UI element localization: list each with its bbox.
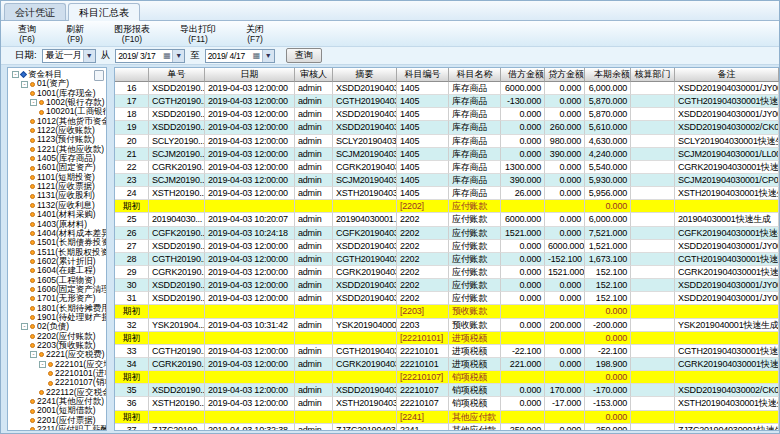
tree-item[interactable]: - 222112(应交税金) (8, 388, 106, 397)
date-to-picker[interactable]: 2019/ 4/17 ▦ ▼ (205, 49, 275, 63)
expander-icon[interactable]: - (21, 81, 28, 88)
tree-item[interactable]: - 2202(应付账款) (8, 332, 106, 341)
panel-toggle-icon[interactable] (94, 70, 104, 81)
table-row[interactable]: 18 XSDD20190... 2019-04-03 12:00:00 admi… (115, 108, 779, 121)
table-row[interactable]: 30 XSDD20190... 2019-04-03 12:00:00 admi… (115, 279, 779, 292)
tab[interactable]: 科目汇总表 (68, 3, 140, 21)
tree-item[interactable]: - 1121(应收票据) (8, 182, 106, 191)
table-row[interactable]: 25 201904030... 2019-04-03 10:20:07 admi… (115, 213, 779, 226)
tree-item[interactable]: - 02(负债) (8, 322, 106, 331)
tree-item[interactable]: - 1001(库存现金) (8, 89, 106, 98)
tree-item[interactable]: - 1405(库存商品) (8, 154, 106, 163)
toolbar-button[interactable]: 导出打印 (F11) (175, 22, 221, 46)
tree-item[interactable]: - 1801(长期待摊费用) (8, 304, 106, 313)
tree-item[interactable]: - 1601(固定资产) (8, 163, 106, 172)
column-header[interactable]: 贷方金额 (545, 68, 585, 82)
table-row[interactable]: 36 XSTH20190... 2019-04-03 12:00:00 admi… (115, 397, 779, 410)
tree-item[interactable]: - 1132(应收利息) (8, 201, 106, 210)
splitter[interactable] (107, 67, 114, 431)
tree-item[interactable]: - 1221(其他应收款) (8, 145, 106, 154)
table-row[interactable]: 19 XSDD20190... 2019-04-03 12:00:00 admi… (115, 121, 779, 134)
tree-item[interactable]: - 2221(应交税费) (8, 350, 106, 359)
tree-item[interactable]: - 2203(预收账款) (8, 341, 106, 350)
table-row[interactable]: 17 CGTH20190... 2019-04-03 12:00:00 admi… (115, 95, 779, 108)
column-header[interactable] (115, 68, 149, 82)
table-row[interactable]: 期初 [22210107] 销项税额 0.000 (115, 371, 779, 384)
table-row[interactable]: 16 XSDD20190... 2019-04-03 12:00:00 admi… (115, 82, 779, 95)
tree-item[interactable]: - 1122(应收账款) (8, 126, 106, 135)
tree-item[interactable]: - 1602(累计折旧) (8, 257, 106, 266)
tree-item[interactable]: - 2201(应付票据) (8, 416, 106, 425)
column-header[interactable]: 核算部门 (631, 68, 675, 82)
expander-icon[interactable]: - (21, 323, 28, 330)
tree-item[interactable]: - 222101(应交增值税) (8, 360, 106, 369)
chevron-down-icon[interactable]: ▼ (172, 50, 184, 62)
date-from-picker[interactable]: 2019/ 3/17 ▦ ▼ (115, 49, 185, 63)
tree-item[interactable]: - 1123(预付账款) (8, 135, 106, 144)
tree-item[interactable]: - 1606(固定资产清理) (8, 285, 106, 294)
tree-item[interactable]: - 1401(材料采购) (8, 210, 106, 219)
date-range-select[interactable]: 最近一月 ▼ (42, 49, 96, 63)
table-row[interactable]: 26 CGFK20190... 2019-04-03 10:24:18 admi… (115, 227, 779, 240)
table-row[interactable]: 27 XSDD20190... 2019-04-03 12:00:00 admi… (115, 240, 779, 253)
table-row[interactable]: 期初 [2241] 其他应付款 0.000 (115, 411, 779, 424)
tree-item[interactable]: - 2211(应付职工薪酬) (8, 425, 106, 431)
tree-item[interactable]: - 1101(短期投资) (8, 173, 106, 182)
chevron-down-icon[interactable]: ▼ (83, 50, 95, 62)
tree-item[interactable]: - 1131(应收股利) (8, 191, 106, 200)
table-row[interactable]: 28 CGTH20190... 2019-04-03 12:00:00 admi… (115, 253, 779, 266)
table-row[interactable]: 22 CGRK20190... 2019-04-03 12:00:00 admi… (115, 161, 779, 174)
table-row[interactable]: 21 SCJM20190... 2019-04-03 12:00:00 admi… (115, 148, 779, 161)
table-row[interactable]: 35 XSDD20190... 2019-04-03 12:00:00 admi… (115, 384, 779, 397)
tree-item[interactable]: - 1012(其他货币资金) (8, 117, 106, 126)
tree-item[interactable]: - 1403(原材料) (8, 220, 106, 229)
column-header[interactable]: 科目编号 (397, 68, 449, 82)
table-row[interactable]: 33 CGTH20190... 2019-04-03 12:00:00 admi… (115, 345, 779, 358)
tab[interactable]: 会计凭证 (4, 3, 66, 20)
column-header[interactable]: 日期 (205, 68, 295, 82)
table-row[interactable]: 29 CGRK20190... 2019-04-03 12:00:00 admi… (115, 266, 779, 279)
tree-item[interactable]: - 1605(工程物资) (8, 276, 106, 285)
table-row[interactable]: 23 SCJM20190... 2019-04-03 12:00:00 admi… (115, 174, 779, 187)
table-row[interactable]: 期初 [2203] 预收账款 0.000 (115, 305, 779, 318)
tree-item[interactable]: - 22210107(销项税额) (8, 378, 106, 387)
tree-item[interactable]: - 1701(无形资产) (8, 294, 106, 303)
toolbar-button[interactable]: 查询 (F6) (13, 22, 41, 46)
table-row[interactable]: 期初 [2202] 应付账款 0.000 (115, 200, 779, 213)
expander-icon[interactable]: - (12, 71, 19, 78)
tree-item[interactable]: - 1501(长期债券投资) (8, 238, 106, 247)
table-row[interactable]: 24 XSTH20190... 2019-04-03 12:00:00 admi… (115, 187, 779, 200)
expander-icon[interactable]: - (39, 361, 46, 368)
tree-item[interactable]: - 100201(工商银行) (8, 107, 106, 116)
table-row[interactable]: 期初 [22210101] 进项税额 0.000 (115, 332, 779, 345)
table-row[interactable]: 32 YSK201904... 2019-04-03 10:31:42 admi… (115, 319, 779, 332)
tree-item[interactable]: - 2001(短期借款) (8, 406, 106, 415)
tree-item[interactable]: - 1901(待处理财产损溢) (8, 313, 106, 322)
table-row[interactable]: 31 XSDD20190... 2019-04-03 12:00:00 admi… (115, 292, 779, 305)
tree-item[interactable]: - 资金科目 (8, 70, 106, 79)
query-button[interactable]: 查询 (286, 48, 322, 63)
column-header[interactable]: 摘要 (333, 68, 397, 82)
tree-item[interactable]: - 1404(材料成本差异) (8, 229, 106, 238)
column-header[interactable]: 单号 (149, 68, 205, 82)
toolbar-button[interactable]: 刷新 (F9) (61, 22, 89, 46)
column-header[interactable]: 备注 (675, 68, 779, 82)
tree-item[interactable]: - 1604(在建工程) (8, 266, 106, 275)
toolbar-button[interactable]: 关闭 (F7) (241, 22, 269, 46)
toolbar-button[interactable]: 图形报表 (F10) (109, 22, 155, 46)
tree-item[interactable]: - 1002(银行存款) (8, 98, 106, 107)
column-header[interactable]: 借方金额 (501, 68, 545, 82)
table-row[interactable]: 34 CGRK20190... 2019-04-03 12:00:00 admi… (115, 358, 779, 371)
table-row[interactable]: 37 ZJZC20190... 2019-04-03 10:32:38 admi… (115, 424, 779, 430)
table-row[interactable]: 20 SCLY20190... 2019-04-03 12:00:00 admi… (115, 135, 779, 148)
column-header[interactable]: 科目名称 (449, 68, 501, 82)
tree-item[interactable]: - 01(资产) (8, 79, 106, 88)
tree-item[interactable]: - 2241(其他应付款) (8, 397, 106, 406)
expander-icon[interactable]: - (30, 351, 37, 358)
tree-item[interactable]: - 1511(长期股权投资) (8, 248, 106, 257)
expander-icon[interactable]: - (30, 99, 37, 106)
chevron-down-icon[interactable]: ▼ (262, 50, 274, 62)
tree-item[interactable]: - 22210101(进项税额) (8, 369, 106, 378)
column-header[interactable]: 审核人 (295, 68, 333, 82)
column-header[interactable]: 本期余额 (585, 68, 631, 82)
